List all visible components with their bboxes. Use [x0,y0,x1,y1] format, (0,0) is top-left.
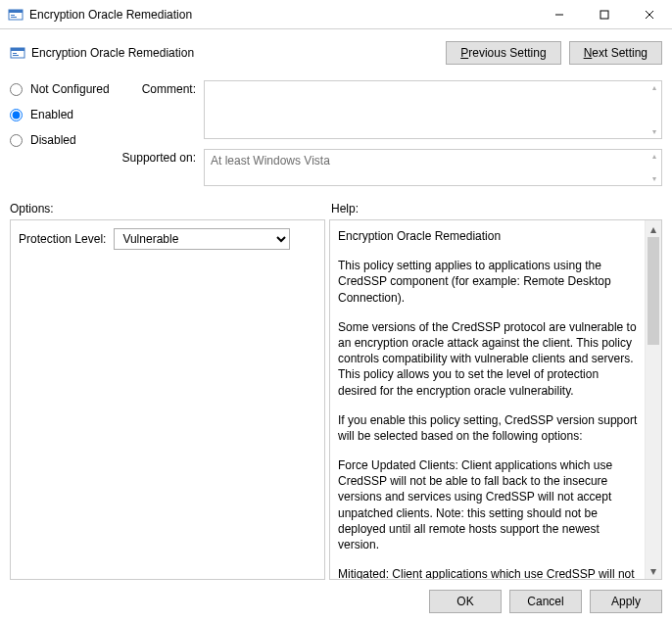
comment-label: Comment: [118,80,196,139]
options-pane: Protection Level: Vulnerable [10,219,325,580]
help-scrollbar[interactable]: ▴ ▾ [645,220,661,579]
scrollbar-track[interactable] [646,237,661,562]
cancel-button[interactable]: Cancel [509,590,582,613]
help-title: Encryption Oracle Remediation [338,228,639,244]
svg-rect-2 [11,15,15,16]
radio-enabled-input[interactable] [10,109,23,121]
scroll-down-icon: ▾ [649,174,659,183]
minimize-button[interactable] [537,0,582,29]
policy-title: Encryption Oracle Remediation [31,46,446,60]
protection-level-label: Protection Level: [19,232,106,246]
help-paragraph: Mitigated: Client applications which use… [338,566,639,579]
scroll-up-icon: ▴ [649,152,659,161]
close-button[interactable] [627,0,672,29]
scroll-up-button[interactable]: ▴ [646,220,661,237]
help-paragraph: This policy setting applies to applicati… [338,258,639,306]
help-section-label: Help: [331,202,359,216]
svg-rect-5 [600,11,608,19]
policy-icon [10,45,25,61]
options-section-label: Options: [10,202,331,216]
app-icon [8,7,24,23]
radio-disabled-label: Disabled [30,133,76,147]
ok-button[interactable]: OK [429,590,502,613]
radio-not-configured-label: Not Configured [30,82,110,96]
title-bar: Encryption Oracle Remediation [0,0,672,29]
radio-disabled-input[interactable] [10,134,23,147]
next-setting-button[interactable]: Next Setting [569,41,662,65]
scroll-up-icon: ▴ [649,83,659,92]
svg-rect-9 [11,48,24,51]
window-title: Encryption Oracle Remediation [29,8,537,22]
scroll-down-button[interactable]: ▾ [646,562,661,579]
help-text: Encryption Oracle Remediation This polic… [330,220,645,579]
help-paragraph: Force Updated Clients: Client applicatio… [338,457,639,552]
maximize-button[interactable] [582,0,627,29]
svg-rect-3 [11,17,17,18]
scrollbar-thumb[interactable] [648,237,659,345]
supported-on-value: At least Windows Vista [211,154,330,168]
apply-button[interactable]: Apply [590,590,662,613]
help-pane: Encryption Oracle Remediation This polic… [329,219,662,580]
supported-on-label: Supported on: [118,149,196,186]
radio-enabled-label: Enabled [30,108,73,121]
help-paragraph: Some versions of the CredSSP protocol ar… [338,319,639,399]
svg-rect-10 [13,53,17,54]
svg-rect-11 [13,55,19,56]
radio-not-configured-input[interactable] [10,83,23,96]
previous-setting-button[interactable]: Previous Setting [446,41,560,65]
help-paragraph: If you enable this policy setting, CredS… [338,412,639,444]
comment-input[interactable]: ▴ ▾ [204,80,662,139]
svg-rect-1 [9,10,23,13]
protection-level-select[interactable]: Vulnerable [114,228,290,250]
supported-on-box: At least Windows Vista ▴ ▾ [204,149,662,186]
scroll-down-icon: ▾ [649,127,659,136]
